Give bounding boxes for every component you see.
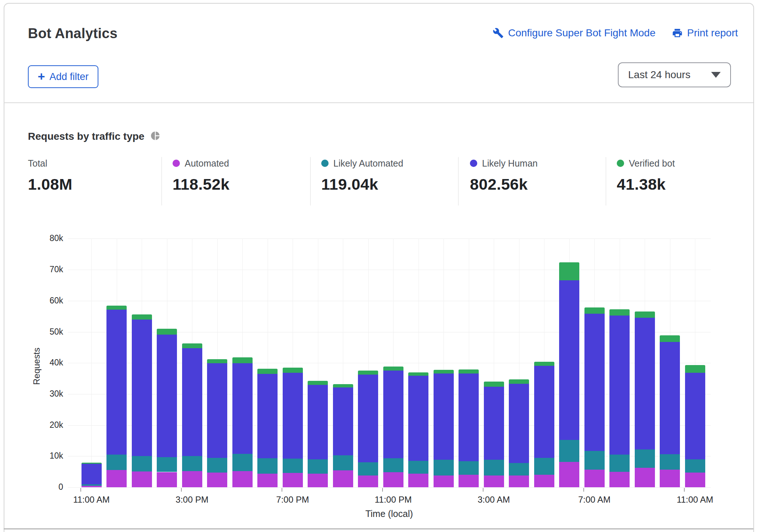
chart-bar[interactable]: [333, 238, 353, 487]
chart-bar[interactable]: [182, 238, 202, 487]
chart-bar[interactable]: [534, 238, 554, 487]
segment-likely-human: [434, 374, 454, 460]
x-axis-tick: [80, 488, 81, 492]
segment-likely-human: [157, 335, 177, 457]
chart-bar[interactable]: [660, 238, 680, 487]
segment-likely-automated: [408, 461, 428, 474]
chart-bar[interactable]: [635, 238, 655, 487]
y-axis-tick-label: 80k: [22, 233, 63, 243]
segment-likely-automated: [333, 455, 353, 470]
stat-likely-human-value: 802.56k: [470, 175, 537, 193]
y-axis-tick-label: 40k: [22, 358, 63, 368]
chart-bar[interactable]: [559, 238, 579, 487]
segment-likely-automated: [232, 454, 253, 471]
y-axis-tick-label: 0: [22, 482, 63, 492]
chart-bar[interactable]: [685, 238, 705, 487]
chart-bar[interactable]: [82, 238, 102, 487]
x-axis-tick-label: 7:00 PM: [256, 495, 329, 505]
x-axis-tick-label: 11:00 PM: [356, 495, 430, 505]
segment-automated: [82, 486, 102, 487]
chart-bar[interactable]: [408, 238, 428, 487]
segment-verified-bot: [434, 370, 454, 374]
segment-likely-automated: [283, 459, 303, 473]
segment-automated: [609, 472, 630, 487]
x-axis-tick-label: 11:00 AM: [658, 495, 732, 505]
chart-bar[interactable]: [509, 238, 529, 487]
segment-automated: [132, 471, 152, 487]
segment-likely-human: [484, 387, 504, 460]
segment-verified-bot: [132, 314, 152, 320]
segment-likely-human: [358, 375, 378, 463]
segment-automated: [484, 475, 504, 487]
segment-verified-bot: [82, 463, 102, 464]
segment-automated: [459, 475, 479, 487]
segment-automated: [685, 473, 705, 487]
segment-automated: [408, 474, 428, 487]
segment-likely-automated: [132, 456, 152, 471]
segment-likely-automated: [383, 458, 403, 472]
chart-bar[interactable]: [584, 238, 605, 487]
print-report-link[interactable]: Print report: [672, 27, 738, 39]
y-axis-tick-label: 10k: [22, 451, 63, 461]
segment-automated: [182, 471, 202, 487]
automated-legend-dot: [173, 160, 180, 167]
y-axis-tick-label: 20k: [22, 420, 63, 430]
segment-likely-automated: [308, 459, 328, 474]
wrench-icon: [493, 28, 504, 39]
segment-automated: [635, 468, 655, 487]
segment-verified-bot: [232, 357, 253, 363]
chart-bar[interactable]: [232, 238, 253, 487]
segment-likely-automated: [660, 454, 680, 469]
y-axis-tick-label: 50k: [22, 327, 63, 337]
segment-likely-automated: [509, 463, 529, 475]
stat-verified-bot-label: Verified bot: [629, 158, 675, 169]
stat-likely-automated: Likely Automated 119.04k: [321, 158, 403, 193]
stat-likely-human: Likely Human 802.56k: [470, 158, 537, 193]
segment-likely-automated: [207, 458, 227, 473]
chart-bar[interactable]: [308, 238, 328, 487]
segment-verified-bot: [182, 343, 202, 348]
header-divider: [4, 102, 753, 103]
chart-bar[interactable]: [132, 238, 152, 487]
chart-bar[interactable]: [257, 238, 278, 487]
add-filter-button[interactable]: + Add filter: [28, 65, 98, 88]
chart-bar[interactable]: [283, 238, 303, 487]
y-axis-tick-label: 30k: [22, 389, 63, 399]
segment-likely-automated: [82, 484, 102, 486]
configure-link-label: Configure Super Bot Fight Mode: [508, 27, 656, 39]
likely-automated-legend-dot: [321, 160, 329, 167]
segment-likely-automated: [157, 457, 177, 472]
segment-likely-human: [685, 373, 705, 459]
segment-automated: [157, 472, 177, 487]
segment-automated: [207, 473, 227, 487]
time-range-dropdown[interactable]: Last 24 hours: [618, 62, 731, 87]
chart-bar[interactable]: [106, 238, 127, 487]
chart-bar[interactable]: [459, 238, 479, 487]
chart-bar[interactable]: [484, 238, 504, 487]
chart-bar[interactable]: [358, 238, 378, 487]
segment-verified-bot: [559, 262, 579, 280]
segment-likely-human: [333, 387, 353, 455]
segment-likely-automated: [635, 449, 655, 468]
chart-bar[interactable]: [207, 238, 227, 487]
segment-likely-human: [559, 280, 579, 440]
segment-likely-human: [459, 374, 479, 461]
x-axis-title: Time (local): [316, 509, 463, 519]
print-link-label: Print report: [687, 27, 738, 39]
segment-automated: [383, 472, 403, 487]
segment-likely-human: [584, 314, 605, 451]
chart-bar[interactable]: [157, 238, 177, 487]
segment-verified-bot: [157, 329, 177, 335]
segment-automated: [509, 475, 529, 487]
gridline: [68, 487, 711, 488]
x-axis-tick: [282, 488, 282, 492]
segment-verified-bot: [358, 371, 378, 375]
chart-bar[interactable]: [609, 238, 630, 487]
segment-verified-bot: [584, 307, 605, 314]
segment-automated: [106, 470, 127, 487]
configure-super-bot-fight-mode-link[interactable]: Configure Super Bot Fight Mode: [493, 27, 656, 39]
page-title: Bot Analytics: [28, 26, 117, 41]
chart-bar[interactable]: [383, 238, 403, 487]
chart-bar[interactable]: [434, 238, 454, 487]
segment-automated: [283, 473, 303, 487]
